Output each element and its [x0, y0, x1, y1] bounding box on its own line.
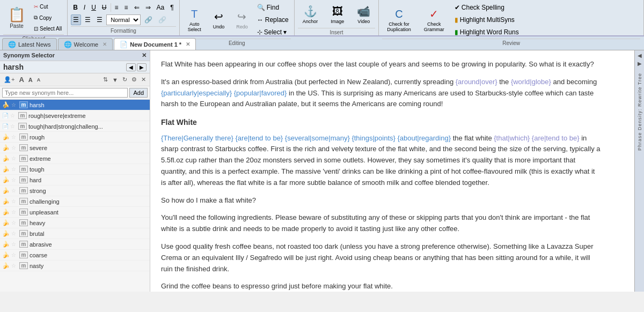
- syns-world: {world|globe}: [511, 78, 551, 86]
- insert-group: ⚓ Anchor 🖼 Image 📹 Video Insert: [295, 0, 379, 35]
- synonym-item-brutal[interactable]: 🍌 ☆ m brutal: [0, 228, 150, 239]
- synonym-item-abrasive[interactable]: 🍌 ☆ m abrasive: [0, 239, 150, 250]
- anchor-button[interactable]: ⚓ Anchor: [298, 2, 323, 27]
- synonym-item-coarse[interactable]: 🍌 ☆ m coarse: [0, 250, 150, 261]
- syn-star-6: ☆: [11, 155, 18, 161]
- strikethrough-button[interactable]: U: [100, 2, 109, 13]
- select-button[interactable]: ⊹ Select▾: [255, 27, 291, 38]
- synonym-item-extreme[interactable]: 🍌 ☆ m extreme: [0, 153, 150, 164]
- syn-star-1: ☆: [11, 102, 18, 108]
- synonym-item-severe[interactable]: 🍌 ☆ m severe: [0, 143, 150, 153]
- image-button[interactable]: 🖼 Image: [326, 3, 349, 27]
- highlight-word-button[interactable]: ▮ Highlight Word Runs: [452, 27, 521, 38]
- syn-tool-refresh[interactable]: ↻: [121, 75, 129, 84]
- indent-inc-button[interactable]: ⇒: [143, 2, 153, 13]
- syn-tool-add[interactable]: 👤+: [2, 75, 16, 84]
- syn-star-15: ☆: [11, 252, 18, 258]
- document-area[interactable]: Flat White has been appearing in our cof…: [150, 50, 634, 292]
- syn-banana-icon-10: 🍌: [2, 198, 10, 205]
- synonym-item-strong[interactable]: 🍌 ☆ m strong: [0, 185, 150, 196]
- syn-text-14: abrasive: [30, 241, 52, 248]
- copy-button[interactable]: ⧉ Copy: [32, 13, 64, 23]
- synonym-list: 🍌 ☆ m harsh 📄 ☆ m rough|severe|extreme 📄…: [0, 100, 150, 292]
- synonym-item-challenging[interactable]: 🍌 ☆ m challenging: [0, 196, 150, 207]
- syn-tool-font-medium[interactable]: A: [27, 76, 34, 84]
- underline-button[interactable]: U: [89, 2, 98, 13]
- highlight-multi-button[interactable]: ▮ Highlight MultiSyns: [452, 14, 521, 25]
- bold-button[interactable]: B: [71, 2, 80, 13]
- align-left-button[interactable]: ☰: [71, 14, 81, 25]
- auto-select-button[interactable]: T AutoSelect: [183, 5, 206, 35]
- synonym-search-input[interactable]: [2, 88, 128, 98]
- link-button[interactable]: 🔗: [142, 14, 155, 25]
- align-right-button[interactable]: ☰: [94, 14, 105, 25]
- synonym-item-heavy[interactable]: 🍌 ☆ m heavy: [0, 218, 150, 228]
- synonym-item-harsh[interactable]: 🍌 ☆ m harsh: [0, 100, 150, 110]
- syn-star-11: ☆: [11, 209, 18, 215]
- syn-m-9: m: [19, 187, 28, 194]
- syn-m-16: m: [19, 262, 28, 269]
- undo-button[interactable]: ↩ Undo: [208, 8, 230, 32]
- syn-tool-font-small[interactable]: A: [35, 76, 42, 84]
- syn-m-6: m: [19, 155, 28, 162]
- check-grammar-button[interactable]: ✓ CheckGrammar: [419, 5, 449, 35]
- synonym-item-hard[interactable]: 🍌 ☆ m hard: [0, 175, 150, 185]
- select-all-button[interactable]: ⊡ Select All: [32, 24, 64, 33]
- align-center-button[interactable]: ☰: [83, 14, 93, 25]
- synonym-item-rough[interactable]: 🍌 ☆ m rough: [0, 132, 150, 143]
- para-how-make: So how do I make a flat white?: [161, 195, 601, 206]
- syns-are2: {are|tend to be}: [532, 134, 580, 142]
- syn-tool-filter[interactable]: ▼: [111, 76, 120, 84]
- italic-button[interactable]: I: [82, 2, 87, 13]
- synonym-word: harsh: [3, 63, 126, 71]
- check-duplication-button[interactable]: C Check forDuplication: [382, 5, 416, 35]
- bullets-button[interactable]: ≡: [113, 2, 121, 13]
- syn-text-7: tough: [30, 166, 45, 173]
- unlink-button[interactable]: 🔗: [156, 14, 169, 25]
- syn-star-13: ☆: [11, 231, 18, 236]
- numbering-button[interactable]: ≡: [122, 2, 130, 13]
- syn-star-4: ☆: [11, 134, 18, 140]
- redo-button[interactable]: ↪ Redo: [231, 8, 253, 32]
- paste-button[interactable]: 📋 Paste: [3, 3, 30, 33]
- para-description: It's an espresso-based drink from Austra…: [161, 77, 601, 110]
- syn-m-2: m: [18, 112, 27, 119]
- synonym-item-tough-hard[interactable]: 📄 ☆ m tough|hard|strong|challeng...: [0, 121, 150, 132]
- syn-m-4: m: [19, 133, 28, 140]
- replace-button[interactable]: ↔ Replace: [255, 14, 291, 25]
- syn-m-13: m: [19, 230, 28, 237]
- syn-star-14: ☆: [11, 241, 18, 247]
- syn-tool-font-large[interactable]: A: [17, 75, 25, 85]
- synonym-add-button[interactable]: Add: [129, 88, 148, 98]
- sidebar-arrow-up[interactable]: ◀: [638, 53, 642, 58]
- tab-new-doc[interactable]: 📄 New Document 1 * ✕: [114, 38, 196, 50]
- synonym-item-nasty[interactable]: 🍌 ☆ m nasty: [0, 261, 150, 271]
- paragraph-button[interactable]: ¶: [168, 2, 175, 13]
- synonym-header: Synonym Selector ✕: [0, 50, 150, 61]
- welcome-icon: 🌐: [64, 41, 72, 48]
- new-doc-close-button[interactable]: ✕: [186, 41, 190, 47]
- video-button[interactable]: 📹 Video: [352, 2, 375, 27]
- syn-tool-sort[interactable]: ⇅: [101, 75, 109, 84]
- style-dropdown[interactable]: Normal: [106, 14, 141, 25]
- indent-dec-button[interactable]: ⇐: [132, 2, 142, 13]
- synonym-item-tough[interactable]: 🍌 ☆ m tough: [0, 164, 150, 175]
- synonym-nav-next[interactable]: ▶: [137, 63, 147, 71]
- syn-tool-close[interactable]: ✕: [140, 75, 148, 84]
- syn-text-3: tough|hard|strong|challeng...: [28, 123, 103, 130]
- synonym-item-unpleasant[interactable]: 🍌 ☆ m unpleasant: [0, 207, 150, 218]
- tab-welcome[interactable]: 🌐 Welcome ✕: [58, 38, 113, 50]
- syn-text-6: extreme: [30, 155, 51, 162]
- synonym-item-rough-severe[interactable]: 📄 ☆ m rough|severe|extreme: [0, 110, 150, 121]
- tab-latest-news[interactable]: 🌐 Latest News: [2, 38, 57, 50]
- syn-text-15: coarse: [30, 252, 47, 258]
- find-button[interactable]: 🔍 Find: [255, 2, 291, 13]
- synonym-panel-close[interactable]: ✕: [142, 52, 147, 59]
- case-button[interactable]: Aa: [155, 2, 167, 13]
- check-spelling-button[interactable]: ✔ Check Spelling: [452, 2, 521, 13]
- welcome-close-button[interactable]: ✕: [103, 41, 107, 47]
- cut-button[interactable]: ✂ Cut: [32, 2, 64, 11]
- sidebar-arrow-down[interactable]: ▶: [638, 61, 642, 66]
- synonym-nav-prev[interactable]: ◀: [126, 63, 136, 71]
- syn-tool-settings[interactable]: ⚙: [130, 75, 138, 84]
